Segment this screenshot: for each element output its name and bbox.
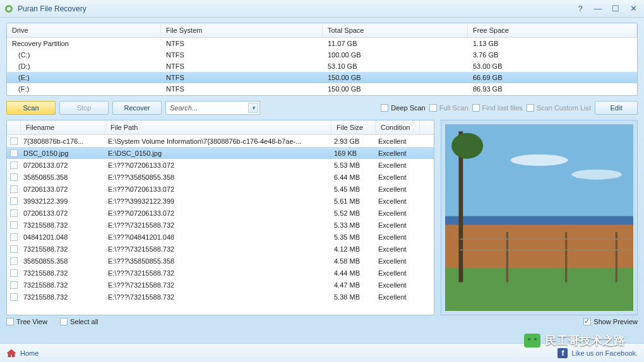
col-drive[interactable]: Drive (7, 23, 161, 37)
svg-point-7 (451, 133, 483, 159)
file-row[interactable]: 73215588.732E:\???\73215588.7324.12 MBEx… (7, 243, 434, 255)
file-row[interactable]: 7{3808876b-c176...E:\System Volume Infor… (7, 135, 434, 147)
svg-point-14 (571, 170, 622, 180)
svg-point-13 (510, 155, 568, 166)
scan-button[interactable]: Scan (6, 101, 56, 115)
drives-body[interactable]: Recovery PartitionNTFS11.07 GB1.13 GB(C:… (7, 38, 637, 94)
toolbar: Scan Stop Recover Search... ▾ Deep Scan … (6, 101, 638, 115)
drive-row[interactable]: (D:)NTFS53.10 GB53.00 GB (7, 61, 637, 72)
full-scan-checkbox[interactable]: Full Scan (429, 104, 468, 112)
app-icon (4, 4, 14, 14)
file-row[interactable]: DSC_0150.jpgE:\DSC_0150.jpg169 KBExcelle… (7, 147, 434, 159)
drive-row[interactable]: Recovery PartitionNTFS11.07 GB1.13 GB (7, 38, 637, 49)
file-row[interactable]: 73215588.732E:\???\73215588.7325.33 MBEx… (7, 219, 434, 231)
file-row[interactable]: 73215588.732E:\???\73215588.7325.38 MBEx… (7, 291, 434, 303)
search-placeholder: Search... (170, 104, 198, 112)
col-filepath[interactable]: File Path (105, 120, 331, 134)
recover-button[interactable]: Recover (112, 101, 162, 115)
col-fs[interactable]: File System (161, 23, 323, 37)
file-checkbox[interactable] (10, 269, 18, 277)
show-preview-checkbox[interactable]: Show Preview (583, 318, 638, 325)
facebook-icon: f (558, 348, 568, 358)
file-checkbox[interactable] (10, 197, 18, 205)
file-checkbox[interactable] (10, 257, 18, 265)
file-row[interactable]: 04841201.048E:\???\04841201.0485.35 MBEx… (7, 231, 434, 243)
search-dropdown-icon[interactable]: ▾ (248, 103, 258, 113)
file-row[interactable]: 39932122.399E:\???\39932122.3995.61 MBEx… (7, 195, 434, 207)
preview-image (441, 120, 638, 315)
deep-scan-checkbox[interactable]: Deep Scan (381, 104, 425, 112)
edit-button[interactable]: Edit (595, 101, 638, 115)
wechat-icon (524, 334, 540, 347)
minimize-button[interactable]: — (591, 3, 605, 15)
col-free[interactable]: Free Space (468, 23, 637, 37)
file-row[interactable]: 35850855.358E:\???\35850855.3584.58 MBEx… (7, 255, 434, 267)
file-row[interactable]: 73215588.732E:\???\73215588.7324.47 MBEx… (7, 279, 434, 291)
files-panel: Filename File Path File Size Condition 7… (6, 120, 434, 315)
col-filesize[interactable]: File Size (331, 120, 376, 134)
svg-point-1 (7, 7, 11, 11)
home-icon (6, 349, 16, 358)
files-body[interactable]: 7{3808876b-c176...E:\System Volume Infor… (7, 135, 434, 313)
maximize-button[interactable]: ☐ (609, 3, 623, 15)
drive-row[interactable]: (F:)NTFS150.00 GB86.93 GB (7, 83, 637, 94)
file-checkbox[interactable] (10, 137, 18, 145)
drives-header: Drive File System Total Space Free Space (7, 23, 637, 38)
files-header: Filename File Path File Size Condition (7, 120, 434, 135)
close-button[interactable]: ✕ (626, 3, 640, 15)
find-lost-checkbox[interactable]: Find lost files (472, 104, 523, 112)
file-checkbox[interactable] (10, 281, 18, 289)
svg-rect-3 (445, 216, 633, 226)
preview-panel (441, 120, 638, 315)
drive-row[interactable]: (C:)NTFS100.00 GB3.76 GB (7, 49, 637, 61)
file-checkbox[interactable] (10, 209, 18, 217)
file-row[interactable]: 73215588.732E:\???\73215588.7324.44 MBEx… (7, 267, 434, 279)
facebook-link[interactable]: f Like us on Facebook. (558, 348, 638, 358)
search-input[interactable]: Search... ▾ (165, 101, 260, 115)
scan-custom-checkbox[interactable]: Scan Custom List (527, 104, 591, 112)
bottom-row: Tree View Select all Show Preview (6, 318, 638, 325)
file-checkbox[interactable] (10, 173, 18, 181)
col-total[interactable]: Total Space (323, 23, 468, 37)
file-checkbox[interactable] (10, 233, 18, 241)
stop-button[interactable]: Stop (59, 101, 109, 115)
help-button[interactable]: ? (573, 3, 587, 15)
file-row[interactable]: 07206133.072E:\???\07206133.0725.45 MBEx… (7, 183, 434, 195)
home-link[interactable]: Home (20, 349, 39, 357)
drive-row[interactable]: (E:)NTFS150.00 GB66.69 GB (7, 72, 637, 83)
tree-view-checkbox[interactable]: Tree View (6, 318, 47, 325)
file-row[interactable]: 35850855.358E:\???\35850855.3586.44 MBEx… (7, 171, 434, 183)
file-checkbox[interactable] (10, 245, 18, 253)
file-checkbox[interactable] (10, 221, 18, 229)
titlebar: Puran File Recovery ? — ☐ ✕ (0, 0, 644, 18)
file-checkbox[interactable] (10, 185, 18, 193)
file-checkbox[interactable] (10, 149, 18, 157)
file-row[interactable]: 07206133.072E:\???\07206133.0725.52 MBEx… (7, 207, 434, 219)
select-all-checkbox[interactable]: Select all (60, 318, 98, 325)
file-row[interactable]: 07206133.072E:\???\07206133.0725.53 MBEx… (7, 159, 434, 171)
window-title: Puran File Recovery (18, 4, 573, 13)
file-checkbox[interactable] (10, 293, 18, 301)
drives-panel: Drive File System Total Space Free Space… (6, 23, 638, 96)
svg-rect-5 (445, 268, 633, 311)
col-filename[interactable]: Filename (21, 120, 105, 134)
file-checkbox[interactable] (10, 161, 18, 169)
watermark-overlay: 民工哥技术之路 (524, 333, 625, 348)
col-condition[interactable]: Condition (376, 120, 420, 134)
